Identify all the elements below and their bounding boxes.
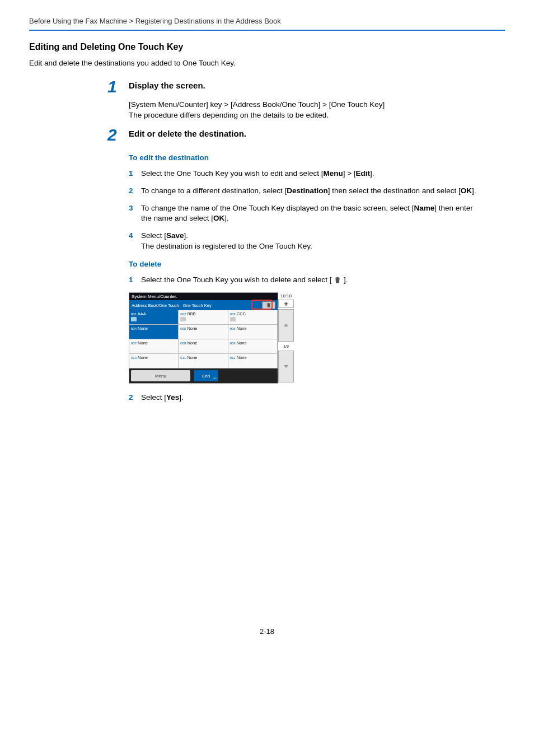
substep-number: 3: [129, 203, 141, 214]
substep-3: 3 To change the name of the One Touch Ke…: [129, 203, 483, 225]
substep-number: 1: [129, 169, 141, 179]
device-subheader-text: Address Book/One Touch - One Touch Key: [132, 303, 212, 308]
substep-number: 2: [129, 186, 141, 197]
device-header: System Menu/Counter.: [129, 293, 278, 300]
page-number: 2-18: [29, 627, 505, 636]
contact-icon: [230, 317, 236, 321]
text: ] > [: [318, 100, 331, 109]
text: System Menu/Counter: [131, 100, 206, 109]
one-touch-cell[interactable]: 003 CCC: [228, 310, 278, 325]
return-icon: ↵: [213, 376, 217, 381]
text: The procedure differs depending on the d…: [129, 111, 329, 119]
one-touch-cell[interactable]: 009 None: [228, 339, 278, 354]
delete-step-2-wrap: 2 Select [Yes].: [129, 393, 483, 403]
substep-4: 4 Select [Save]. The destination is regi…: [129, 231, 483, 252]
step-1-text: [System Menu/Counter] key > [Address Boo…: [129, 100, 483, 121]
substep-text: Select the One Touch Key you wish to edi…: [141, 169, 483, 179]
step-1: 1 Display the screen.: [107, 81, 505, 97]
section-title: Editing and Deleting One Touch Key: [29, 42, 505, 52]
one-touch-cell[interactable]: 004 None: [129, 325, 179, 339]
substep-number: 1: [129, 275, 141, 286]
device-panel: System Menu/Counter. Address Book/One To…: [129, 292, 294, 384]
text: ]: [383, 100, 385, 109]
delete-step-1: 1 Select the One Touch Key you wish to d…: [129, 275, 483, 286]
step-number: 2: [107, 127, 129, 143]
text: One Touch Key: [331, 100, 382, 109]
contact-icon: [131, 317, 137, 321]
substep-text: To change the name of the One Touch Key …: [141, 203, 483, 225]
breadcrumb: Before Using the Fax Machine > Registeri…: [29, 17, 505, 30]
substep-text: Select the One Touch Key you wish to del…: [141, 275, 483, 286]
lead-text: Edit and delete the destinations you add…: [29, 59, 505, 67]
scroll-down-button[interactable]: [278, 351, 294, 383]
substep-text: To change to a different destination, se…: [141, 186, 483, 197]
one-touch-cell[interactable]: 012 None: [228, 354, 278, 368]
one-touch-grid: 001 AAA002 BBB003 CCC004 None005 None006…: [129, 310, 278, 368]
step-heading: Display the screen.: [129, 81, 505, 90]
substep-2: 2 To change to a different destination, …: [129, 186, 483, 197]
page-indicator: 1/9: [278, 343, 294, 351]
substep-number: 4: [129, 231, 141, 241]
step-number: 1: [107, 78, 129, 95]
substep-text: Select [Yes].: [141, 393, 483, 403]
one-touch-cell[interactable]: 007 None: [129, 339, 179, 354]
delete-step-2: 2 Select [Yes].: [129, 393, 483, 403]
one-touch-cell[interactable]: 010 None: [129, 354, 179, 368]
one-touch-cell[interactable]: 008 None: [179, 339, 228, 354]
one-touch-cell[interactable]: 011 None: [179, 354, 228, 368]
one-touch-cell[interactable]: 006 None: [228, 325, 278, 339]
one-touch-cell[interactable]: 005 None: [179, 325, 228, 339]
substep-text: Select [Save]. The destination is regist…: [141, 231, 483, 252]
subhead-delete: To delete: [129, 260, 483, 268]
step-heading: Edit or delete the destination.: [129, 129, 505, 138]
menu-button[interactable]: Menu: [131, 370, 190, 381]
text: Address Book/One Touch: [233, 100, 318, 109]
step-2-content: To edit the destination 1 Select the One…: [129, 153, 483, 286]
scroll-up-button[interactable]: [278, 309, 294, 342]
one-touch-cell[interactable]: 001 AAA: [129, 310, 179, 325]
step-2: 2 Edit or delete the destination.: [107, 129, 505, 146]
one-touch-cell[interactable]: 002 BBB: [179, 310, 228, 325]
header-rule: [29, 30, 505, 31]
subhead-edit: To edit the destination: [129, 153, 483, 162]
substep-number: 2: [129, 393, 141, 403]
contact-icon: [180, 317, 186, 321]
substep-1: 1 Select the One Touch Key you wish to e…: [129, 169, 483, 179]
trash-icon: [334, 276, 341, 284]
device-subheader: Address Book/One Touch - One Touch Key: [129, 300, 278, 310]
page: Before Using the Fax Machine > Registeri…: [0, 0, 534, 658]
end-button[interactable]: End ↵: [194, 370, 218, 381]
device-side-column: 10:10 ＋ 1/9: [278, 292, 294, 384]
text: ] key > [: [206, 100, 233, 109]
add-button[interactable]: ＋: [278, 300, 294, 308]
trash-button[interactable]: [262, 301, 275, 309]
